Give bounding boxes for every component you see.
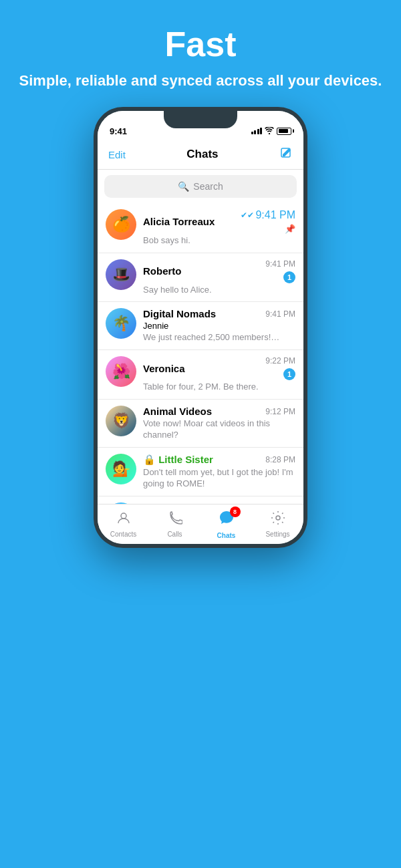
nav-bar: Edit Chats — [98, 140, 303, 170]
phone-screen: 9:41 Edit Chats — [98, 111, 303, 544]
search-bar-wrapper: 🔍 Search — [98, 170, 303, 203]
pin-icon-alicia: 📌 — [285, 224, 295, 234]
chats-icon: 8 — [218, 509, 235, 531]
avatar-alicia: 🍊 — [106, 209, 136, 240]
chat-name-alicia: Alicia Torreaux — [143, 216, 215, 227]
chat-content-digital: Digital Nomads 9:41 PM JennieWe just rea… — [143, 308, 295, 343]
search-placeholder: Search — [193, 181, 223, 192]
double-check-icon: ✔✔ — [241, 210, 254, 220]
chat-time-james: 7:42 PM — [255, 502, 295, 504]
chat-item-roberto[interactable]: 🎩 Roberto 9:41 PM 1 Say hello to Alice. — [98, 253, 303, 303]
avatar-digital: 🌴 — [106, 308, 136, 339]
tab-calls[interactable]: Calls — [149, 511, 200, 538]
tab-chats[interactable]: 8 Chats — [200, 509, 252, 539]
chat-content-animal: Animal Videos 9:12 PM Vote now! Moar cat… — [143, 406, 295, 441]
status-time: 9:41 — [110, 126, 127, 136]
chat-content-sister: 🔒 Little Sister 8:28 PM Don't tell mom y… — [143, 454, 295, 490]
nav-title: Chats — [186, 148, 218, 161]
tab-contacts[interactable]: Contacts — [98, 511, 149, 538]
chat-time-animal: 9:12 PM — [265, 407, 295, 416]
chat-list: 🍊 Alicia Torreaux ✔✔ 9:41 PM 📌 Bob says … — [98, 203, 303, 504]
svg-point-2 — [276, 516, 280, 520]
chat-content-james: James ✔✔ 7:42 PM Check these out — [143, 502, 295, 504]
compose-button[interactable] — [279, 146, 293, 163]
status-icons — [251, 126, 292, 136]
chats-badge: 8 — [230, 507, 241, 517]
chat-time-veronica: 9:22 PM — [265, 356, 295, 366]
unread-badge-roberto: 1 — [283, 271, 295, 283]
chat-item-alicia[interactable]: 🍊 Alicia Torreaux ✔✔ 9:41 PM 📌 Bob says … — [98, 203, 303, 253]
avatar-veronica: 🌺 — [106, 356, 136, 387]
chat-content-alicia: Alicia Torreaux ✔✔ 9:41 PM 📌 Bob says hi… — [143, 209, 295, 247]
chat-name-james: James — [143, 502, 174, 503]
chat-name-veronica: Veronica — [143, 363, 185, 374]
chat-preview-digital: JennieWe just reached 2,500 members! WOO… — [143, 321, 295, 343]
chat-item-veronica[interactable]: 🌺 Veronica 9:22 PM 1 Table for four, 2 P… — [98, 350, 303, 400]
tab-label-settings: Settings — [265, 531, 289, 538]
chat-name-sister: 🔒 Little Sister — [143, 454, 213, 466]
chat-preview-veronica: Table for four, 2 PM. Be there. — [143, 382, 295, 393]
phone-notch — [164, 111, 237, 128]
contacts-icon — [116, 511, 131, 529]
chat-name-digital: Digital Nomads — [143, 308, 216, 319]
tab-settings[interactable]: Settings — [252, 511, 303, 538]
avatar-sister: 💁 — [106, 454, 136, 484]
chat-item-james[interactable]: 🧔 James ✔✔ 7:42 PM Check these out — [98, 496, 303, 504]
tab-label-chats: Chats — [217, 532, 236, 539]
edit-button[interactable]: Edit — [108, 149, 126, 160]
chat-time-alicia: 9:41 PM — [255, 209, 295, 221]
hero-subtitle: Simple, reliable and synced across all y… — [19, 71, 382, 91]
wifi-icon — [265, 126, 274, 136]
chat-content-roberto: Roberto 9:41 PM 1 Say hello to Alice. — [143, 259, 295, 296]
chat-preview-roberto: Say hello to Alice. — [143, 285, 295, 296]
avatar-roberto: 🎩 — [106, 259, 136, 290]
chat-item-sister[interactable]: 💁 🔒 Little Sister 8:28 PM Don't tell mom… — [98, 448, 303, 496]
avatar-animal: 🦁 — [106, 406, 136, 436]
search-bar[interactable]: 🔍 Search — [104, 175, 297, 198]
tab-label-contacts: Contacts — [110, 531, 136, 538]
settings-icon — [271, 511, 285, 529]
battery-icon — [277, 128, 291, 135]
svg-point-1 — [121, 513, 126, 519]
avatar-james: 🧔 — [106, 502, 136, 504]
chat-name-roberto: Roberto — [143, 265, 182, 277]
chat-item-digital[interactable]: 🌴 Digital Nomads 9:41 PM JennieWe just r… — [98, 302, 303, 350]
tab-label-calls: Calls — [167, 531, 182, 538]
signal-bars-icon — [251, 128, 263, 134]
hero-title: Fast — [19, 24, 382, 64]
chat-time-digital: 9:41 PM — [265, 309, 295, 319]
chat-preview-alicia: Bob says hi. — [143, 235, 295, 247]
chat-time-roberto: 9:41 PM — [265, 259, 295, 269]
chat-time-sister: 8:28 PM — [265, 455, 295, 464]
phone-mockup: 9:41 Edit Chats — [94, 107, 307, 548]
chat-name-animal: Animal Videos — [143, 406, 212, 417]
calls-icon — [168, 511, 182, 529]
search-icon: 🔍 — [178, 181, 189, 192]
chat-preview-sister: Don't tell mom yet, but I got the job! I… — [143, 467, 295, 490]
chat-item-animal[interactable]: 🦁 Animal Videos 9:12 PM Vote now! Moar c… — [98, 400, 303, 448]
chat-preview-animal: Vote now! Moar cat videos in this channe… — [143, 418, 295, 441]
hero-section: Fast Simple, reliable and synced across … — [6, 0, 396, 107]
tab-bar: Contacts Calls 8 Chats — [98, 504, 303, 544]
unread-badge-veronica: 1 — [283, 368, 295, 380]
chat-content-veronica: Veronica 9:22 PM 1 Table for four, 2 PM.… — [143, 356, 295, 393]
